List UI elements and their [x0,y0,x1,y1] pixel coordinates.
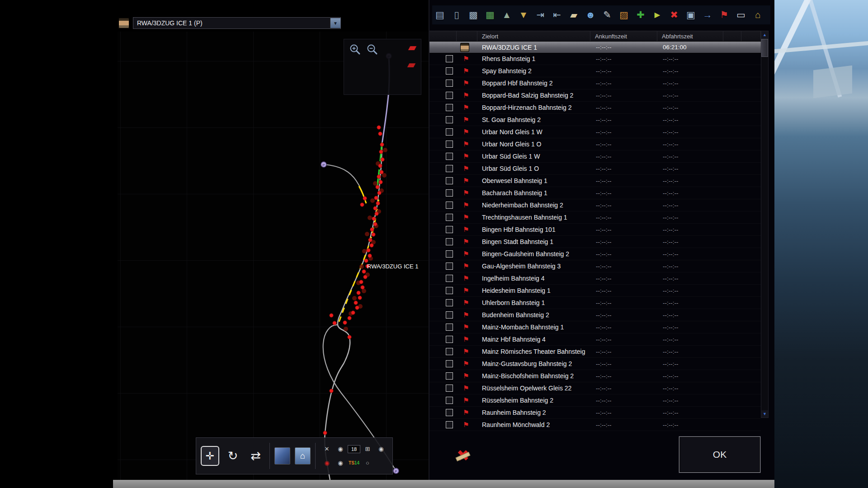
import-icon[interactable]: → [702,9,713,21]
keyboard-icon[interactable]: ▭ [735,9,747,21]
station-row[interactable]: ⚑ Rüsselsheim Bahnsteig 2 --:--:-- --:--… [429,394,761,407]
radio-option-icon[interactable]: ◉ [378,446,383,452]
station-checkbox[interactable] [446,55,453,62]
scroll-down-icon[interactable]: ▼ [761,410,768,418]
station-checkbox[interactable] [446,409,453,416]
station-checkbox[interactable] [446,165,453,172]
segment-length-input[interactable] [348,445,360,453]
station-checkbox[interactable] [446,226,453,233]
gradient-view-icon[interactable]: ▰ [408,42,416,53]
selected-service-row[interactable]: RWA/3DZUG ICE 1 --:--:-- 06:21:00 [429,42,761,53]
station-row[interactable]: ⚑ Rüsselsheim Opelwerk Gleis 22 --:--:--… [429,382,761,394]
flag-tool-icon[interactable]: ⚑ [718,9,730,21]
station-checkbox[interactable] [446,214,453,221]
station-checkbox[interactable] [446,153,453,160]
station-checkbox[interactable] [446,141,453,148]
station-checkbox[interactable] [446,372,453,380]
station-row[interactable]: ⚑ Boppard-Hirzenach Bahnsteig 2 --:--:--… [429,102,761,114]
station-row[interactable]: ⚑ Urbar Nord Gleis 1 O --:--:-- --:--:-- [429,138,761,150]
remove-stop-icon[interactable]: ✖ [455,447,471,464]
station-row[interactable]: ⚑ Uhlerborn Bahnsteig 1 --:--:-- --:--:-… [429,297,761,309]
station-checkbox[interactable] [446,311,453,319]
station-checkbox[interactable] [446,397,453,404]
save-icon[interactable]: ▤ [434,9,446,21]
station-checkbox[interactable] [446,324,453,331]
station-row[interactable]: ⚑ Raunheim Bahnsteig 2 --:--:-- --:--:-- [429,407,761,419]
station-checkbox[interactable] [446,360,453,367]
track-network-icon[interactable]: ⊞ [365,446,370,452]
station-row[interactable]: ⚑ Spay Bahnsteig 2 --:--:-- --:--:-- [429,65,761,77]
station-row[interactable]: ⚑ Niederheimbach Bahnsteig 2 --:--:-- --… [429,199,761,211]
station-checkbox[interactable] [446,385,453,392]
station-row[interactable]: ⚑ Boppard Hbf Bahnsteig 2 --:--:-- --:--… [429,77,761,89]
driver-icon[interactable]: ☻ [585,9,596,21]
station-row[interactable]: ⚑ Urbar Süd Gleis 1 O --:--:-- --:--:-- [429,163,761,175]
station-row[interactable]: ⚑ Raunheim Mönchwald 2 --:--:-- --:--:-- [429,419,761,431]
station-checkbox[interactable] [446,299,453,306]
lower-icon[interactable]: ▼ [518,9,529,21]
insert-right-icon[interactable]: ⇥ [534,9,546,21]
scrollbar-thumb[interactable] [761,39,768,57]
rotate-tool-button[interactable]: ↻ [224,446,242,466]
trash-icon[interactable]: ▯ [451,9,462,21]
station-row[interactable]: ⚑ St. Goar Bahnsteig 2 --:--:-- --:--:-- [429,114,761,126]
table-scrollbar[interactable]: ▲ ▼ [761,31,769,418]
move-tool-button[interactable]: ✛ [201,446,219,466]
station-checkbox[interactable] [446,287,453,294]
station-row[interactable]: ⚑ Bingen Hbf Bahnsteig 101 --:--:-- --:-… [429,224,761,236]
depot-icon[interactable]: ⌂ [752,9,764,21]
scroll-up-icon[interactable]: ▲ [761,31,768,38]
station-row[interactable]: ⚑ Mainz Hbf Bahnsteig 4 --:--:-- --:--:-… [429,333,761,346]
station-checkbox[interactable] [446,250,453,258]
station-row[interactable]: ⚑ Boppard-Bad Salzig Bahnsteig 2 --:--:-… [429,89,761,102]
station-row[interactable]: ⚑ Rhens Bahnsteig 1 --:--:-- --:--:-- [429,53,761,65]
station-checkbox[interactable] [446,421,453,428]
grid-large-icon[interactable]: ▦ [484,9,496,21]
link-tool-button[interactable]: ⇄ [246,446,264,466]
radio-option-icon[interactable]: ○ [366,460,369,466]
station-row[interactable]: ⚑ Urbar Nord Gleis 1 W --:--:-- --:--:-- [429,126,761,138]
station-row[interactable]: ⚑ Budenheim Bahnsteig 2 --:--:-- --:--:-… [429,309,761,321]
station-row[interactable]: ⚑ Gau-Algesheim Bahnsteig 3 --:--:-- --:… [429,260,761,272]
radio-option-icon[interactable]: ◉ [338,460,343,466]
station-row[interactable]: ⚑ Bacharach Bahnsteig 1 --:--:-- --:--:-… [429,187,761,199]
station-checkbox[interactable] [446,348,453,355]
zoom-out-icon[interactable] [366,43,379,56]
radio-option-icon[interactable]: ◉ [338,446,343,452]
station-checkbox[interactable] [446,116,453,123]
station-row[interactable]: ⚑ Oberwesel Bahnsteig 1 --:--:-- --:--:-… [429,175,761,187]
station-row[interactable]: ⚑ Mainz Römisches Theater Bahnsteig --:-… [429,346,761,358]
signature-icon[interactable]: ✎ [601,9,613,21]
station-checkbox[interactable] [446,92,453,99]
service-properties-icon[interactable]: ▣ [685,9,697,21]
station-checkbox[interactable] [446,80,453,87]
station-row[interactable]: ⚑ Mainz-Gustavsburg Bahnsteig 2 --:--:--… [429,358,761,370]
station-checkbox[interactable] [446,189,453,197]
home-view-button[interactable]: ⌂ [295,447,311,465]
station-row[interactable]: ⚑ Trechtingshausen Bahnsteig 1 --:--:-- … [429,211,761,224]
station-checkbox[interactable] [446,202,453,209]
train-select-dropdown[interactable]: RWA/3DZUG ICE 1 (P) ▼ [133,17,341,29]
station-checkbox[interactable] [446,263,453,270]
station-row[interactable]: ⚑ Bingen-Gaulsheim Bahnsteig 2 --:--:-- … [429,248,761,260]
zoom-in-icon[interactable] [349,43,362,56]
station-checkbox[interactable] [446,275,453,282]
next-service-icon[interactable]: ► [651,9,663,21]
camera-view-button[interactable] [274,447,290,465]
delete-service-icon[interactable]: ✖ [668,9,680,21]
station-checkbox[interactable] [446,128,453,136]
station-row[interactable]: ⚑ Mainz-Mombach Bahnsteig 1 --:--:-- --:… [429,321,761,333]
modules-icon[interactable]: ▨ [618,9,630,21]
station-row[interactable]: ⚑ Heidesheim Bahnsteig 1 --:--:-- --:--:… [429,285,761,297]
grid-small-icon[interactable]: ▩ [467,9,479,21]
ok-button[interactable]: OK [679,436,760,473]
station-checkbox[interactable] [446,238,453,245]
eraser-icon[interactable]: ▰ [568,9,580,21]
raise-icon[interactable]: ▲ [501,9,513,21]
add-service-icon[interactable]: ✚ [635,9,646,21]
station-checkbox[interactable] [446,177,453,184]
station-row[interactable]: ⚑ Bingen Stadt Bahnsteig 1 --:--:-- --:-… [429,236,761,248]
gradient-edit-icon[interactable]: ▰ [407,59,415,70]
station-row[interactable]: ⚑ Ingelheim Bahnsteig 4 --:--:-- --:--:-… [429,272,761,285]
marker-toggle-icon[interactable]: ◉ [324,460,329,466]
